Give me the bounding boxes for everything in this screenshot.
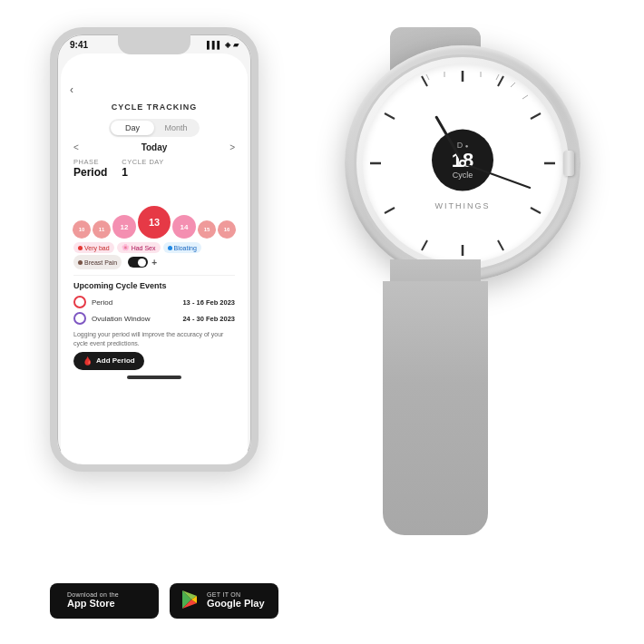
google-play-small-text: GET IT ON — [207, 591, 265, 598]
watch-crown — [563, 151, 574, 176]
event-circle-period — [73, 296, 86, 308]
tags-area-2: Breast Pain + — [73, 255, 235, 269]
bubble-13: 13 — [138, 206, 171, 239]
watch-outer: D ● 18 Cycle WITHINGS — [345, 45, 581, 281]
bubble-11: 11 — [93, 220, 111, 239]
cycle-day-value: 1 — [122, 166, 163, 179]
svg-line-8 — [422, 240, 427, 250]
signal-icon: ▌▌▌ — [207, 41, 222, 49]
bubble-15: 15 — [198, 220, 216, 239]
tag-label-breast-pain: Breast Pain — [84, 259, 117, 266]
phone-body: 9:41 ▌▌▌ ◈ ▰ ‹ CYCLE TRACKING — [50, 27, 259, 472]
phase-label: PHASE — [73, 158, 107, 166]
status-icons: ▌▌▌ ◈ ▰ — [207, 41, 239, 49]
toggle-switch[interactable] — [128, 257, 148, 268]
tag-dot-brown — [78, 260, 83, 265]
svg-line-15 — [522, 95, 528, 99]
google-play-button[interactable]: GET IT ON Google Play — [170, 583, 278, 619]
svg-line-6 — [531, 208, 541, 213]
app-store-texts: Download on the App Store — [67, 591, 119, 610]
app-header: CYCLE TRACKING — [70, 97, 239, 113]
svg-line-17 — [426, 74, 429, 80]
home-indicator — [127, 376, 181, 379]
store-buttons: Download on the App Store GET IT ON Goog… — [50, 583, 278, 619]
upcoming-title: Upcoming Cycle Events — [73, 281, 235, 290]
event-period: Period 13 - 16 Feb 2023 — [73, 296, 235, 308]
tag-dot-red — [78, 246, 83, 250]
tabs: Day Month — [109, 119, 200, 137]
cycle-day-section: CYCLE DAY 1 — [122, 158, 163, 179]
phase-info: PHASE Period CYCLE DAY 1 — [73, 158, 235, 179]
bubble-12: 12 — [112, 215, 136, 239]
toggle-knob — [138, 259, 146, 267]
watch-brand: WITHINGS — [435, 201, 491, 210]
period-icon: 🩸 — [83, 356, 93, 366]
tag-breast-pain[interactable]: Breast Pain — [73, 255, 122, 269]
svg-line-4 — [498, 76, 503, 86]
divider — [73, 275, 235, 276]
bubble-16: 16 — [218, 220, 236, 239]
tab-month[interactable]: Month — [154, 121, 198, 135]
event-ovulation: Ovulation Window 24 - 30 Feb 2023 — [73, 312, 235, 325]
bubble-10: 10 — [73, 220, 91, 239]
tag-label-very-bad: Very bad — [84, 245, 110, 251]
add-period-button[interactable]: 🩸 Add Period — [73, 352, 144, 370]
status-time: 9:41 — [70, 40, 88, 50]
tags-area: Very bad 🌸 Had Sex Bloating — [73, 242, 235, 253]
date-nav: < Today > — [73, 142, 235, 152]
svg-line-11 — [422, 76, 427, 86]
bubbles-area: 10 11 12 13 14 15 16 — [70, 184, 239, 239]
watch-band-bottom — [383, 281, 488, 535]
logging-text: Logging your period will improve the acc… — [73, 330, 235, 348]
bubble-14: 14 — [172, 215, 196, 239]
toggle-row: + — [128, 257, 157, 268]
svg-line-7 — [498, 240, 503, 250]
svg-line-13 — [496, 74, 499, 80]
phone: 9:41 ▌▌▌ ◈ ▰ ‹ CYCLE TRACKING — [50, 27, 259, 472]
current-date-label: Today — [141, 142, 168, 152]
scene: 9:41 ▌▌▌ ◈ ▰ ‹ CYCLE TRACKING — [0, 0, 644, 644]
phone-notch — [118, 34, 190, 54]
tag-very-bad[interactable]: Very bad — [73, 242, 114, 253]
watch-bezel: D ● 18 Cycle WITHINGS — [354, 54, 571, 272]
svg-line-10 — [385, 113, 395, 119]
watch: D ● 18 Cycle WITHINGS — [317, 27, 626, 535]
watch-cycle-label: Cycle — [453, 171, 473, 180]
app-title: CYCLE TRACKING — [112, 102, 198, 112]
event-date-ovulation: 24 - 30 Feb 2023 — [182, 315, 235, 323]
svg-line-9 — [385, 208, 395, 213]
event-name-ovulation: Ovulation Window — [92, 315, 177, 323]
watch-face: D ● 18 Cycle WITHINGS — [363, 63, 562, 263]
app-store-large-text: App Store — [67, 598, 119, 610]
add-tag-button[interactable]: + — [151, 258, 157, 268]
tag-dot-blue — [168, 246, 172, 250]
tag-heart-icon: 🌸 — [122, 244, 130, 251]
google-play-large-text: Google Play — [207, 598, 265, 610]
svg-line-5 — [531, 113, 541, 119]
google-play-texts: GET IT ON Google Play — [207, 591, 265, 610]
back-button[interactable]: ‹ — [70, 83, 73, 96]
event-date-period: 13 - 16 Feb 2023 — [182, 298, 235, 307]
svg-line-14 — [511, 83, 515, 87]
app-store-small-text: Download on the — [67, 591, 119, 598]
center-dot — [459, 160, 466, 167]
phone-screen: ‹ CYCLE TRACKING Day Month < Today > — [61, 54, 248, 472]
next-date-button[interactable]: > — [229, 142, 235, 152]
wifi-icon: ◈ — [225, 41, 230, 49]
tag-label-had-sex: Had Sex — [132, 245, 156, 251]
event-circle-ovulation — [73, 312, 86, 325]
screen-inner: ‹ CYCLE TRACKING Day Month < Today > — [61, 54, 248, 388]
battery-icon: ▰ — [233, 41, 239, 49]
tag-had-sex[interactable]: 🌸 Had Sex — [117, 242, 161, 253]
event-name-period: Period — [92, 298, 177, 307]
app-store-button[interactable]: Download on the App Store — [50, 583, 159, 619]
tag-label-bloating: Bloating — [174, 245, 197, 251]
phase-section: PHASE Period — [73, 158, 107, 179]
cycle-day-label: CYCLE DAY — [122, 158, 163, 166]
tag-bloating[interactable]: Bloating — [163, 242, 201, 253]
google-play-icon — [181, 590, 200, 612]
tab-day[interactable]: Day — [111, 121, 154, 135]
add-period-label: Add Period — [96, 356, 135, 365]
prev-date-button[interactable]: < — [73, 142, 79, 152]
phase-value: Period — [73, 166, 107, 179]
